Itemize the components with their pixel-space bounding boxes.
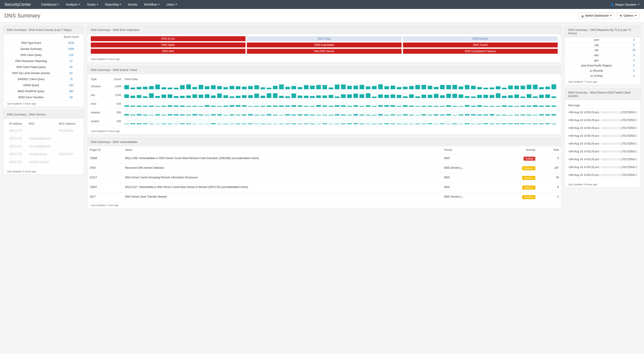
table-row[interactable]: 192.0.2.30dns.internal.lan00:0c:29:33 — [7, 150, 80, 158]
svg-rect-133 — [514, 94, 519, 98]
events-trend-panel: DNS Summary - DNS Events Trend Type Coun… — [87, 66, 561, 135]
event-count[interactable]: 47 — [70, 60, 72, 63]
svg-rect-46 — [409, 86, 414, 89]
tld-count[interactable]: 0 — [633, 74, 635, 77]
indicator-new-dns-server[interactable]: New DNS Server — [247, 49, 402, 54]
indicator-dns-exploitable[interactable]: DNS Exploitable — [247, 43, 402, 48]
event-count[interactable]: 183 — [69, 84, 73, 87]
svg-rect-67 — [539, 87, 544, 89]
svg-rect-242 — [322, 115, 327, 116]
tld-count[interactable]: 0 — [633, 44, 635, 47]
table-row[interactable]: 192.0.2.1000:1b:44:aa — [7, 127, 80, 135]
options-button[interactable]: Options — [617, 12, 640, 19]
indicator-dns-tunnel[interactable]: DNS Tunnel — [403, 43, 558, 48]
vuln-name: DNS Server Cache Snooping Remote Informa… — [123, 173, 442, 183]
trend-type: network — [91, 111, 111, 114]
nav-item-reporting[interactable]: Reporting — [102, 1, 125, 9]
tld-count[interactable]: 28 — [632, 49, 635, 52]
message-row[interactable]: <36>Aug 16 14:50:29 pvs: redacted host d… — [568, 140, 637, 148]
svg-rect-179 — [366, 105, 370, 107]
svg-rect-85 — [217, 94, 222, 98]
trend-row[interactable]: intrusion1294 — [91, 82, 558, 91]
server-ip: 192.0.2.20 — [9, 137, 22, 140]
trend-type: system — [91, 120, 111, 123]
event-count[interactable]: 5249 — [68, 41, 74, 45]
indicator-dns-compliance-failures[interactable]: DNS Compliance Failures — [403, 49, 558, 54]
event-count[interactable]: 390 — [69, 90, 73, 93]
tld-count[interactable]: 0 — [633, 38, 635, 41]
indicator-dnschanger[interactable]: DNSChanger — [403, 36, 558, 41]
svg-rect-7 — [168, 88, 172, 89]
table-row[interactable]: 192.0.2.40resolver.corp.net — [7, 158, 80, 166]
message-row[interactable]: <36>Aug 16 14:50:29 pvs: redacted host d… — [568, 171, 637, 179]
nav-item-assets[interactable]: Assets — [124, 1, 141, 9]
tld-panel: DNS Summary - DNS Requests By TLD (Last … — [564, 26, 641, 85]
vuln-family: DNS Servers [... — [442, 164, 497, 173]
svg-rect-312 — [322, 123, 327, 124]
nav-item-dashboard[interactable]: Dashboard — [38, 1, 62, 9]
user-name: Megan Daudelin — [615, 3, 636, 6]
indicator-dns-alert[interactable]: DNS Alert — [91, 49, 246, 54]
trend-row[interactable]: network359 — [91, 108, 558, 117]
event-count[interactable]: 58 — [70, 96, 72, 99]
table-row: .edu0 — [565, 53, 640, 58]
svg-rect-324 — [397, 124, 402, 124]
svg-rect-332 — [446, 124, 451, 124]
svg-rect-78 — [174, 96, 178, 98]
brand-logo[interactable]: SecurityCenter — [4, 2, 31, 7]
svg-rect-225 — [217, 114, 222, 116]
svg-rect-25 — [279, 85, 284, 89]
svg-rect-195 — [465, 105, 470, 107]
indicator-dns-clean[interactable]: DNS Clean — [247, 36, 402, 41]
event-count[interactable]: 115 — [69, 54, 73, 57]
svg-rect-342 — [508, 123, 513, 124]
grid-icon — [582, 15, 584, 17]
trend-row[interactable]: system258 — [91, 117, 558, 126]
tld-count[interactable]: 0 — [633, 54, 635, 57]
vuln-row[interactable]: 3703Recursive DNS Server DetectionDNS Se… — [88, 164, 561, 173]
nav-item-scans[interactable]: Scans — [84, 1, 102, 9]
svg-rect-205 — [527, 106, 532, 107]
vuln-row[interactable]: 12217DNS Server Cache Snooping Remote In… — [88, 173, 561, 183]
event-count[interactable]: 65 — [70, 66, 72, 69]
vuln-row[interactable]: 72836MS11-058: Vulnerabilities in DNS Se… — [88, 154, 561, 164]
message-row[interactable]: <36>Aug 16 14:50:29 pvs: redacted host d… — [568, 156, 637, 163]
server-dns: ns1.example.local — [29, 145, 50, 148]
message-row[interactable]: <36>Aug 16 14:50:29 pvs: redacted host d… — [568, 124, 637, 132]
message-row[interactable]: <36>Aug 16 14:50:29 pvs: redacted host d… — [568, 116, 637, 124]
vuln-name: MS12-017: Vulnerability in DNS Server Co… — [123, 183, 442, 192]
message-row[interactable]: <36>Aug 16 14:50:29 pvs: redacted host d… — [568, 132, 637, 140]
indicator-dns-errors[interactable]: DNS Errors — [91, 36, 246, 41]
trend-row[interactable]: error428 — [91, 100, 558, 108]
user-menu[interactable]: Megan Daudelin — [611, 3, 640, 6]
svg-rect-243 — [329, 115, 334, 116]
indicator-dns-spike[interactable]: DNS Spike — [91, 43, 246, 48]
svg-rect-70 — [124, 94, 129, 98]
switch-dashboard-button[interactable]: Switch Dashboard — [578, 12, 615, 19]
message-text: <36>Aug 16 14:50:29 pvs: redacted host d… — [568, 150, 622, 153]
svg-rect-321 — [378, 124, 383, 124]
svg-rect-239 — [304, 114, 308, 116]
vuln-row[interactable]: 1017DNS Server Zone Transfer AllowedDNS … — [88, 192, 561, 202]
vuln-row[interactable]: 72837MS12-017: Vulnerability in DNS Serv… — [88, 183, 561, 192]
message-text: <36>Aug 16 14:50:29 pvs: redacted host d… — [568, 119, 622, 122]
event-count[interactable]: 2058 — [68, 48, 74, 51]
table-row[interactable]: 192.0.2.20host.example.local — [7, 135, 80, 143]
panel-title: DNS Summary - DNS Requests By TLD (Last … — [565, 26, 640, 37]
tld-count[interactable]: 0 — [633, 64, 635, 67]
nav-item-users[interactable]: Users — [163, 1, 181, 9]
table-row[interactable]: 192.0.2.21ns1.example.local — [7, 143, 80, 150]
event-count[interactable]: 61 — [70, 72, 72, 75]
tld-count[interactable]: 0 — [633, 59, 635, 62]
nav-item-analysis[interactable]: Analysis — [62, 1, 84, 9]
event-count[interactable]: 75 — [70, 78, 72, 81]
message-row[interactable]: <36>Aug 16 14:50:29 pvs: redacted host d… — [568, 109, 637, 116]
svg-rect-71 — [130, 96, 135, 98]
message-row[interactable]: <36>Aug 16 14:50:29 pvs: redacted host d… — [568, 148, 637, 156]
tld-count[interactable]: 0 — [633, 69, 635, 72]
trend-row[interactable]: dns1249 — [91, 91, 558, 100]
nav-item-workflow[interactable]: Workflow — [141, 1, 163, 9]
svg-rect-96 — [285, 97, 290, 98]
message-row[interactable]: <36>Aug 16 14:50:29 pvs: redacted host d… — [568, 163, 637, 171]
svg-rect-94 — [273, 93, 278, 98]
